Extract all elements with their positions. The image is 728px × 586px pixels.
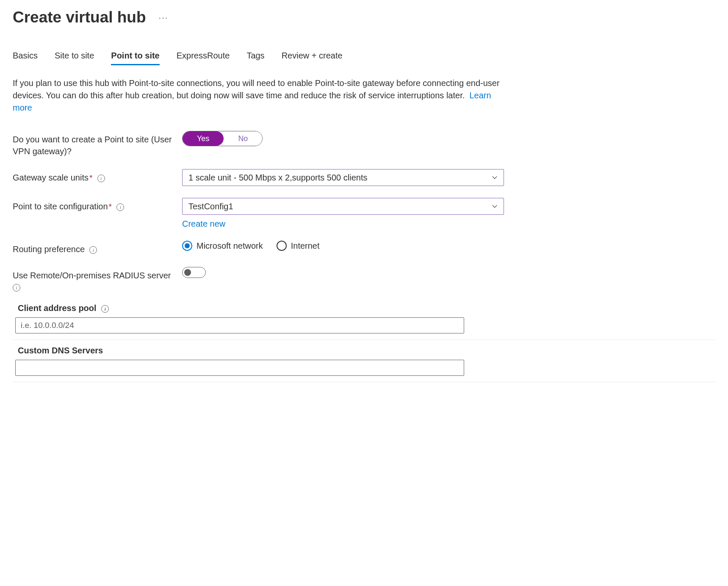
create-p2s-label: Do you want to create a Point to site (U… [13,135,172,156]
custom-dns-input[interactable] [15,360,464,376]
info-icon[interactable]: i [89,246,97,254]
tab-description: If you plan to use this hub with Point-t… [13,77,500,114]
routing-pref-radio-group: Microsoft network Internet [182,241,504,251]
tab-point-to-site[interactable]: Point to site [111,47,159,65]
info-icon[interactable]: i [101,305,109,313]
radio-icon [182,241,192,251]
routing-pref-ms-network[interactable]: Microsoft network [182,241,263,251]
divider [13,382,715,382]
gateway-scale-label: Gateway scale units [13,173,89,182]
p2s-config-dropdown[interactable]: TestConfig1 [182,198,504,215]
tab-basics[interactable]: Basics [13,47,38,65]
tab-expressroute[interactable]: ExpressRoute [177,47,230,65]
create-p2s-toggle[interactable]: Yes No [182,131,263,146]
radius-switch[interactable] [182,267,206,278]
client-pool-input[interactable] [15,317,464,333]
tab-review-create[interactable]: Review + create [282,47,343,65]
chevron-down-icon [492,175,498,181]
radius-label: Use Remote/On-premises RADIUS server [13,271,171,280]
required-indicator: * [109,202,112,211]
p2s-config-value: TestConfig1 [188,202,233,211]
p2s-create-new-link[interactable]: Create new [182,219,225,229]
custom-dns-label: Custom DNS Servers [18,346,103,355]
description-text: If you plan to use this hub with Point-t… [13,78,500,100]
tab-tags[interactable]: Tags [246,47,264,65]
p2s-config-label: Point to site configuration [13,202,108,211]
more-actions-icon[interactable]: ··· [159,13,169,22]
radio-icon [277,241,287,251]
routing-pref-label: Routing preference [13,244,85,254]
chevron-down-icon [492,203,498,209]
tab-bar: Basics Site to site Point to site Expres… [13,47,715,65]
info-icon[interactable]: i [13,284,20,292]
required-indicator: * [89,173,92,182]
routing-pref-internet-label: Internet [291,241,320,251]
routing-pref-internet[interactable]: Internet [277,241,320,251]
create-p2s-yes[interactable]: Yes [183,131,224,146]
switch-knob-icon [184,269,191,276]
info-icon[interactable]: i [116,203,124,211]
routing-pref-ms-label: Microsoft network [197,241,263,251]
info-icon[interactable]: i [97,175,105,182]
page-title: Create virtual hub [13,8,146,26]
divider [13,339,715,340]
gateway-scale-value: 1 scale unit - 500 Mbps x 2,supports 500… [188,173,367,183]
client-pool-label: Client address pool [18,303,97,313]
create-p2s-no[interactable]: No [224,131,262,146]
tab-site-to-site[interactable]: Site to site [55,47,94,65]
gateway-scale-dropdown[interactable]: 1 scale unit - 500 Mbps x 2,supports 500… [182,169,504,186]
